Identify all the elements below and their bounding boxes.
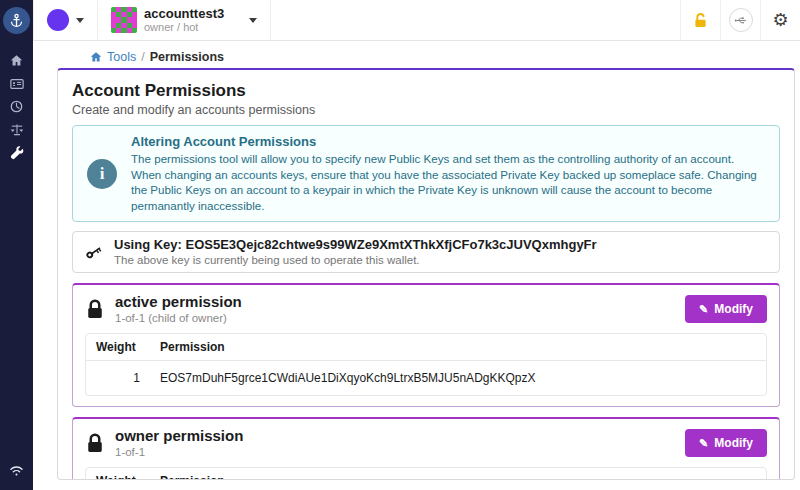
main-content: Tools / Permissions Account Permissions … (33, 41, 800, 490)
gear-icon: ⚙ (772, 11, 788, 29)
modify-active-button[interactable]: ✎ Modify (685, 295, 767, 323)
permission-title: owner permission (115, 427, 243, 444)
permission-section-active: active permission 1-of-1 (child of owner… (72, 283, 780, 407)
permission-table: Weight Permission 1 EOS7mDuhF5grce1CWdiA… (85, 333, 767, 396)
lock-wallet-button[interactable] (680, 0, 720, 40)
unlock-icon (692, 12, 709, 29)
key-icon (85, 243, 103, 261)
lock-icon (85, 298, 105, 320)
permission-key: EOS7mDuhF5grce1CWdiAUe1DiXqyoKch9LtrxB5M… (150, 361, 766, 396)
sidebar (0, 41, 33, 490)
breadcrumb-separator: / (141, 50, 144, 64)
wallet-dropdown[interactable] (34, 0, 97, 40)
permissions-card: Account Permissions Create and modify an… (57, 68, 795, 480)
pencil-icon: ✎ (699, 304, 708, 315)
chevron-down-icon (76, 18, 84, 23)
account-name: accounttest3 (144, 6, 224, 21)
home-icon (90, 51, 102, 63)
column-header-weight: Weight (86, 334, 150, 361)
column-header-weight: Weight (86, 468, 150, 480)
permission-threshold: 1-of-1 (child of owner) (115, 311, 242, 325)
wallet-avatar (47, 9, 69, 31)
modify-button-label: Modify (714, 302, 753, 316)
breadcrumb-tools-link[interactable]: Tools (107, 50, 136, 64)
permission-section-owner: owner permission 1-of-1 ✎ Modify Weight … (72, 417, 780, 480)
using-key-panel: Using Key: EOS5E3Qejc82chtwe9s99WZe9XmtX… (72, 231, 780, 273)
account-subtitle: owner / hot (144, 21, 224, 34)
sidebar-item-resources[interactable] (0, 95, 33, 118)
page-subtitle: Create and modify an accounts permission… (72, 103, 780, 117)
divider (270, 0, 271, 41)
sidebar-item-home[interactable] (0, 49, 33, 72)
top-bar: accounttest3 owner / hot (0, 0, 800, 41)
info-title: Altering Account Permissions (131, 134, 765, 149)
permission-threshold: 1-of-1 (115, 445, 243, 459)
info-message: i Altering Account Permissions The permi… (72, 125, 780, 222)
scales-icon (10, 123, 24, 137)
pencil-icon: ✎ (699, 438, 708, 449)
sidebar-item-governance[interactable] (0, 118, 33, 141)
id-card-icon (10, 77, 24, 91)
connection-status[interactable] (0, 465, 33, 477)
usb-icon (729, 8, 753, 32)
info-body: The permissions tool will allow you to s… (131, 151, 765, 213)
modify-owner-button[interactable]: ✎ Modify (685, 429, 767, 457)
sidebar-item-tools[interactable] (0, 141, 33, 164)
breadcrumb: Tools / Permissions (90, 50, 800, 64)
sidebar-item-wallet[interactable] (0, 72, 33, 95)
wrench-icon (10, 146, 24, 160)
wifi-icon (9, 465, 24, 477)
home-icon (10, 54, 23, 67)
info-icon: i (87, 159, 117, 189)
gauge-icon (10, 100, 23, 113)
weight-value: 1 (86, 361, 150, 396)
breadcrumb-current: Permissions (150, 50, 224, 64)
app-logo[interactable] (0, 0, 33, 41)
account-dropdown[interactable]: accounttest3 owner / hot (98, 0, 270, 40)
column-header-permission: Permission (150, 334, 766, 361)
connection-button[interactable] (720, 0, 760, 40)
anchor-icon (3, 7, 30, 34)
lock-icon (85, 432, 105, 454)
column-header-permission: Permission (150, 468, 766, 480)
chevron-down-icon (249, 18, 257, 23)
permission-title: active permission (115, 293, 242, 310)
page-title: Account Permissions (72, 81, 780, 101)
account-identicon (111, 7, 137, 33)
table-row: 1 EOS7mDuhF5grce1CWdiAUe1DiXqyoKch9LtrxB… (86, 361, 766, 396)
using-key-label: Using Key: EOS5E3Qejc82chtwe9s99WZe9XmtX… (114, 237, 597, 253)
modify-button-label: Modify (714, 436, 753, 450)
permission-table: Weight Permission 1 EOS5E3Qejc82chtwe9s9… (85, 467, 767, 480)
using-key-subtext: The above key is currently being used to… (114, 253, 597, 267)
settings-button[interactable]: ⚙ (760, 0, 800, 40)
